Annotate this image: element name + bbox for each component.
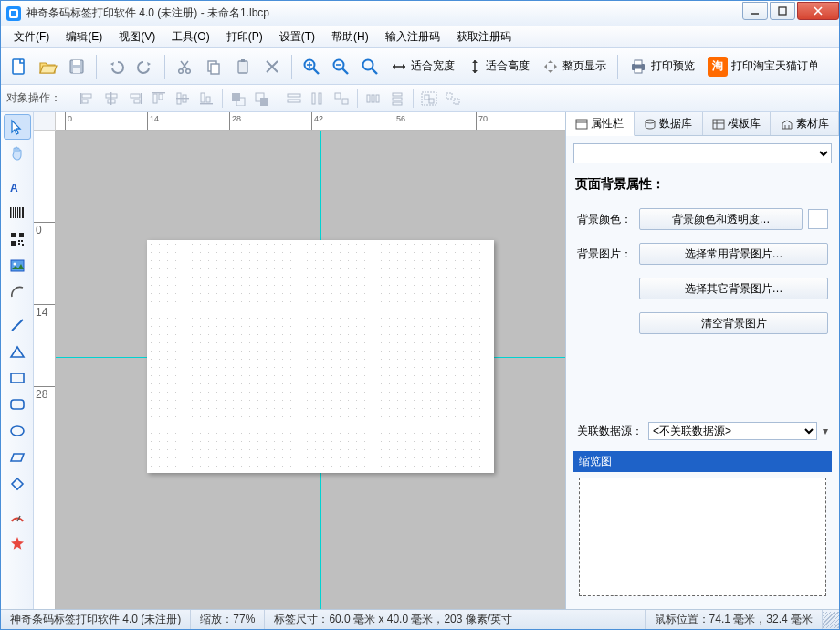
svg-rect-72 (10, 207, 12, 218)
datasource-select[interactable]: <不关联数据源> (648, 422, 817, 440)
zoom-out-button[interactable] (327, 53, 354, 80)
svg-rect-33 (82, 94, 91, 98)
svg-rect-42 (153, 94, 157, 103)
taobao-icon: 淘 (708, 57, 728, 77)
align-hcenter-icon[interactable] (101, 89, 121, 109)
distribute-h-icon[interactable] (363, 89, 383, 109)
svg-rect-95 (713, 120, 724, 129)
same-size-icon[interactable] (331, 89, 352, 109)
object-select[interactable] (573, 143, 832, 163)
ellipse-tool[interactable] (4, 418, 31, 444)
paste-button[interactable] (229, 53, 257, 80)
menu-file[interactable]: 文件(F) (6, 26, 57, 47)
print-taobao-button[interactable]: 淘打印淘宝天猫订单 (702, 53, 824, 80)
svg-rect-54 (288, 94, 300, 97)
line-tool[interactable] (4, 312, 31, 338)
ruler-vertical[interactable]: 0 14 28 (34, 131, 56, 609)
tab-assets[interactable]: 素材库 (771, 112, 839, 135)
svg-rect-75 (17, 207, 18, 218)
align-top-icon[interactable] (149, 89, 169, 109)
bg-color-button[interactable]: 背景颜色和透明度… (639, 208, 803, 230)
clear-bg-button[interactable]: 清空背景图片 (639, 312, 828, 334)
menu-edit[interactable]: 编辑(E) (58, 26, 110, 47)
menu-tools[interactable]: 工具(O) (164, 26, 216, 47)
bg-color-swatch[interactable] (808, 209, 828, 229)
tab-properties[interactable]: 属性栏 (566, 112, 635, 136)
star-tool[interactable] (4, 530, 31, 556)
ungroup-icon[interactable] (443, 89, 463, 109)
window-title: 神奇条码标签打印软件 4.0 (未注册) - 未命名1.lbcp (26, 5, 740, 21)
svg-rect-65 (393, 102, 402, 105)
parallelogram-tool[interactable] (4, 445, 31, 470)
status-mouse-pos: 鼠标位置：74.1 毫米，32.4 毫米 (646, 610, 823, 629)
align-vcenter-icon[interactable] (173, 89, 193, 109)
zoom-in-button[interactable] (298, 53, 325, 80)
menu-help[interactable]: 帮助(H) (324, 26, 376, 47)
pan-tool[interactable] (4, 141, 31, 166)
bring-to-front-icon[interactable] (228, 89, 248, 109)
save-button[interactable] (63, 53, 90, 80)
arc-tool[interactable] (4, 279, 31, 305)
undo-button[interactable] (102, 53, 130, 80)
copy-button[interactable] (200, 53, 227, 80)
gauge-tool[interactable] (4, 504, 31, 530)
tab-templates[interactable]: 模板库 (703, 112, 772, 135)
image-tool[interactable] (4, 253, 31, 278)
svg-rect-6 (73, 60, 80, 65)
redo-button[interactable] (131, 53, 159, 80)
label-page[interactable] (147, 240, 494, 473)
align-bottom-icon[interactable] (196, 89, 216, 109)
datasource-dropdown-icon[interactable]: ▾ (823, 425, 828, 437)
send-to-back-icon[interactable] (252, 89, 272, 109)
align-right-icon[interactable] (125, 89, 145, 109)
full-page-button[interactable]: 整页显示 (537, 53, 612, 80)
menu-get-regcode[interactable]: 获取注册码 (449, 26, 519, 47)
svg-rect-13 (211, 64, 219, 74)
menu-settings[interactable]: 设置(T) (272, 26, 322, 47)
ruler-horizontal[interactable]: 0 14 28 42 56 70 (56, 112, 565, 131)
text-tool[interactable]: A (4, 173, 31, 199)
menu-enter-regcode[interactable]: 输入注册码 (378, 26, 447, 47)
qrcode-tool[interactable] (4, 226, 31, 252)
fit-height-button[interactable]: 适合高度 (462, 53, 535, 80)
diamond-tool[interactable] (4, 471, 31, 497)
svg-rect-48 (201, 93, 205, 102)
zoom-region-button[interactable] (356, 53, 383, 80)
same-width-icon[interactable] (284, 89, 304, 109)
select-common-bg-button[interactable]: 选择常用背景图片… (639, 243, 828, 265)
svg-rect-58 (335, 93, 341, 99)
cut-button[interactable] (171, 53, 198, 80)
minimize-button[interactable] (742, 2, 768, 20)
barcode-tool[interactable] (4, 200, 31, 226)
rectangle-tool[interactable] (4, 365, 31, 391)
select-other-bg-button[interactable]: 选择其它背景图片… (639, 278, 828, 299)
new-button[interactable] (5, 53, 32, 80)
same-height-icon[interactable] (308, 89, 328, 109)
canvas[interactable] (56, 131, 565, 609)
svg-rect-60 (367, 95, 370, 102)
svg-rect-92 (576, 120, 587, 129)
delete-button[interactable] (258, 53, 286, 80)
align-left-icon[interactable] (78, 89, 98, 109)
resize-grip[interactable] (823, 612, 839, 628)
distribute-v-icon[interactable] (387, 89, 407, 109)
open-button[interactable] (34, 53, 61, 80)
print-preview-button[interactable]: 打印预览 (624, 53, 700, 80)
thumbnail-box (579, 478, 826, 596)
main-toolbar: 适合宽度 适合高度 整页显示 打印预览 淘打印淘宝天猫订单 (1, 48, 839, 85)
svg-rect-59 (342, 99, 348, 104)
triangle-tool[interactable] (4, 339, 31, 364)
menu-view[interactable]: 视图(V) (111, 26, 163, 47)
status-zoom: 缩放：77% (191, 610, 265, 629)
svg-rect-88 (11, 373, 24, 383)
close-button[interactable] (797, 2, 839, 20)
roundrect-tool[interactable] (4, 392, 31, 417)
maximize-button[interactable] (770, 2, 795, 20)
fit-width-button[interactable]: 适合宽度 (385, 53, 460, 80)
tab-database[interactable]: 数据库 (635, 112, 703, 135)
select-tool[interactable] (4, 114, 31, 140)
group-icon[interactable] (419, 89, 439, 109)
svg-point-25 (363, 59, 373, 69)
svg-rect-82 (21, 240, 23, 242)
menu-print[interactable]: 打印(P) (219, 26, 270, 47)
